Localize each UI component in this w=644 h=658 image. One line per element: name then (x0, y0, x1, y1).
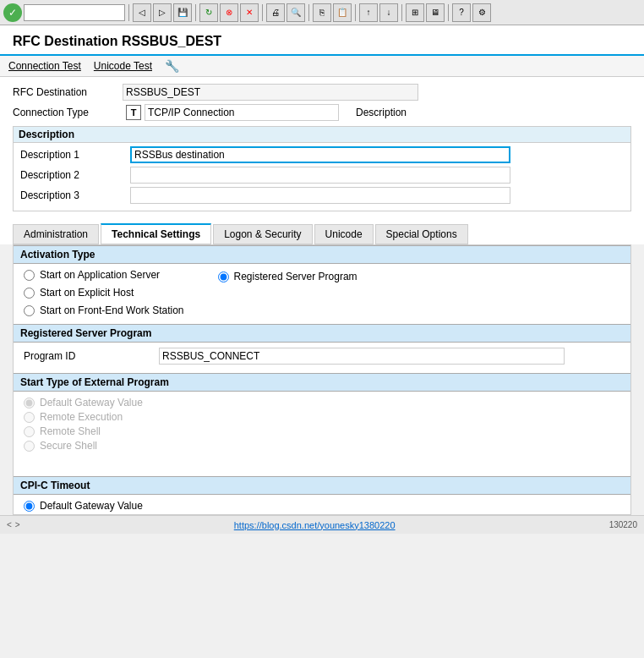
radio-frontend-label: Start on Front-End Work Station (40, 304, 184, 316)
tab-unicode[interactable]: Unicode (314, 224, 374, 244)
status-url: https://blog.csdn.net/younesky1380220 (234, 520, 396, 530)
tab-logon-security[interactable]: Logon & Security (213, 224, 312, 244)
radio-default-gateway-label: Default Gateway Value (40, 397, 143, 409)
screen-icon[interactable]: 🖥 (426, 3, 445, 22)
bottom-bar: < > https://blog.csdn.net/younesky138022… (0, 515, 644, 534)
desc1-input[interactable] (130, 146, 510, 163)
separator-1 (128, 4, 129, 21)
desc2-label: Description 2 (20, 169, 130, 181)
radio-secure-shell-row: Secure Shell (24, 440, 620, 452)
radio-remote-exec-label: Remote Execution (40, 411, 123, 423)
separator-4 (308, 4, 309, 21)
radio-registered[interactable] (218, 271, 229, 282)
copy-icon[interactable]: ⎘ (313, 3, 331, 22)
desc2-input[interactable] (130, 167, 510, 184)
refresh-icon[interactable]: ↻ (199, 3, 218, 22)
description-section-header: Description (14, 127, 630, 143)
radio-frontend[interactable] (24, 305, 35, 316)
status-indicator: ✓ (3, 3, 22, 22)
connection-type-input[interactable] (145, 104, 339, 121)
activation-options-row: Start on Application Server Start on Exp… (24, 269, 620, 319)
start-type-content: Default Gateway Value Remote Execution R… (14, 392, 630, 459)
nav-forward-icon[interactable]: ▷ (153, 3, 172, 22)
download-icon[interactable]: ↓ (379, 3, 398, 22)
save-icon[interactable]: 💾 (173, 3, 192, 22)
print-icon[interactable]: 🖨 (266, 3, 285, 22)
cpic-timeout-header: CPI-C Timeout (14, 476, 630, 495)
desc2-row: Description 2 (20, 167, 624, 184)
radio-app-server[interactable] (24, 270, 35, 281)
rfc-destination-label: RFC Destination (13, 86, 123, 98)
menu-bar: Connection Test Unicode Test 🔧 (0, 56, 644, 77)
radio-remote-exec-row: Remote Execution (24, 411, 620, 423)
activation-type-content: Start on Application Server Start on Exp… (14, 264, 630, 324)
radio-default-gateway-row: Default Gateway Value (24, 397, 620, 409)
connection-type-t-badge: T (126, 105, 141, 120)
radio-registered-row: Registered Server Program (218, 271, 357, 282)
program-id-row: Program ID (24, 348, 620, 365)
radio-explicit-host-label: Start on Explicit Host (40, 287, 134, 299)
window-icon[interactable]: ⊞ (406, 3, 424, 22)
main-panel: Activation Type Start on Application Ser… (13, 244, 631, 515)
separator-5 (355, 4, 356, 21)
cpic-timeout-input[interactable] (134, 514, 176, 515)
tab-technical-settings[interactable]: Technical Settings (101, 223, 211, 244)
radio-secure-shell-label: Secure Shell (40, 440, 97, 452)
radio-remote-shell-label: Remote Shell (40, 425, 101, 437)
separator-7 (448, 4, 449, 21)
program-id-label: Program ID (24, 350, 159, 362)
connection-type-row: Connection Type T Description (13, 104, 631, 121)
unicode-test-menu[interactable]: Unicode Test (94, 60, 152, 72)
program-id-input[interactable] (159, 348, 565, 365)
desc3-label: Description 3 (20, 189, 130, 201)
desc3-row: Description 3 (20, 187, 624, 204)
radio-remote-shell (24, 426, 35, 437)
activation-left: Start on Application Server Start on Exp… (24, 269, 184, 319)
back-icon[interactable]: ✕ (240, 3, 259, 22)
radio-default-gateway (24, 398, 35, 409)
connection-test-menu[interactable]: Connection Test (8, 60, 81, 72)
nav-right-btn[interactable]: > (15, 520, 20, 529)
tab-special-options[interactable]: Special Options (375, 224, 468, 244)
title-bar: RFC Destination RSSBUS_DEST (0, 25, 644, 56)
settings-icon[interactable]: ⚙ (472, 3, 491, 22)
cpic-default-radio[interactable] (24, 501, 35, 512)
rfc-destination-input[interactable] (123, 84, 418, 101)
cpic-default-row: Default Gateway Value (24, 500, 620, 512)
radio-registered-label: Registered Server Program (234, 271, 357, 282)
radio-remote-exec (24, 412, 35, 423)
start-type-header: Start Type of External Program (14, 373, 630, 392)
find-icon[interactable]: 🔍 (287, 3, 305, 22)
tab-administration[interactable]: Administration (13, 224, 99, 244)
radio-secure-shell (24, 441, 35, 452)
desc1-row: Description 1 (20, 146, 624, 163)
desc3-input[interactable] (130, 187, 510, 204)
radio-explicit-host[interactable] (24, 288, 35, 299)
stop-icon[interactable]: ⊗ (220, 3, 238, 22)
desc1-label: Description 1 (20, 149, 130, 161)
page-title: RFC Destination RSSBUS_DEST (13, 34, 631, 49)
spacer (14, 459, 630, 476)
toolbar-input[interactable] (24, 4, 125, 21)
description-section-content: Description 1 Description 2 Description … (14, 143, 630, 211)
start-type-section: Start Type of External Program Default G… (14, 373, 630, 459)
registered-server-content: Program ID (14, 343, 630, 373)
activation-type-header: Activation Type (14, 245, 630, 264)
help-icon[interactable]: ? (452, 3, 471, 22)
radio-frontend-row: Start on Front-End Work Station (24, 304, 184, 316)
connection-type-label: Connection Type (13, 107, 123, 118)
nav-left-btn[interactable]: < (7, 520, 12, 529)
wrench-icon: 🔧 (165, 59, 179, 73)
paste-icon[interactable]: 📋 (333, 3, 352, 22)
cpic-default-label: Default Gateway Value (40, 500, 143, 512)
activation-right: Registered Server Program (218, 269, 357, 319)
description-inline-label: Description (356, 107, 407, 118)
separator-3 (262, 4, 263, 21)
rfc-destination-row: RFC Destination (13, 84, 631, 101)
nav-back-icon[interactable]: ◁ (133, 3, 151, 22)
separator-6 (401, 4, 402, 21)
upload-icon[interactable]: ↑ (359, 3, 378, 22)
radio-explicit-host-row: Start on Explicit Host (24, 287, 184, 299)
cpic-timeout-section: CPI-C Timeout Default Gateway Value Spec… (14, 476, 630, 515)
description-section: Description Description 1 Description 2 … (13, 126, 631, 211)
